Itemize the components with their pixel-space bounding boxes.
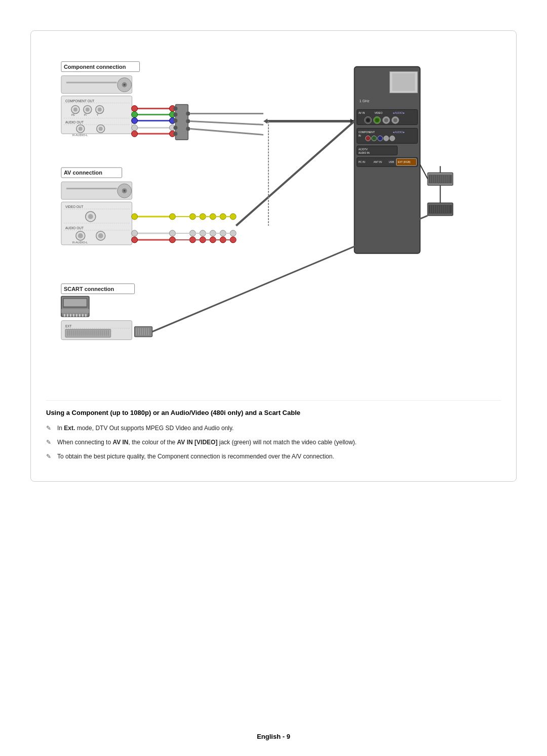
svg-point-93: [132, 111, 138, 117]
svg-rect-103: [175, 105, 188, 140]
main-title: Using a Component (up to 1080p) or an Au…: [46, 408, 501, 417]
svg-text:VIDEO OUT: VIDEO OUT: [65, 205, 84, 208]
footer-text: English - 9: [257, 733, 290, 740]
svg-text:AUDIO OUT: AUDIO OUT: [65, 226, 84, 230]
svg-rect-169: [64, 314, 65, 317]
bullet-icon-1: ✎: [46, 424, 55, 433]
svg-rect-174: [79, 314, 81, 317]
svg-rect-176: [85, 314, 87, 317]
svg-text:ANT IN: ANT IN: [374, 160, 382, 163]
svg-point-23: [378, 136, 383, 141]
av-in-bold: AV IN: [112, 439, 128, 446]
svg-point-14: [384, 118, 388, 122]
svg-point-72: [73, 107, 77, 111]
svg-text:AUDIO IN: AUDIO IN: [359, 151, 370, 154]
svg-point-10: [366, 118, 370, 122]
svg-text:1 GHz: 1 GHz: [360, 99, 370, 103]
svg-point-21: [366, 136, 371, 141]
svg-point-24: [384, 136, 389, 141]
svg-text:Pb: Pb: [71, 113, 75, 116]
svg-text:R-AUDIO-L: R-AUDIO-L: [72, 134, 88, 137]
svg-rect-123: [66, 188, 117, 189]
svg-rect-37: [428, 175, 452, 183]
svg-text:R-AUDIO-L: R-AUDIO-L: [72, 241, 88, 244]
page-container: 1 GHz AV IN VIDEO ◄AUDIO► COMPONENT IN ◄…: [30, 30, 517, 482]
svg-point-107: [173, 125, 177, 130]
svg-rect-203: [135, 327, 152, 337]
svg-point-99: [132, 124, 138, 131]
svg-rect-168: [61, 309, 89, 313]
svg-point-96: [132, 117, 138, 123]
bullet-item-1: ✎ In Ext. mode, DTV Out supports MPEG SD…: [46, 424, 501, 433]
bullet-item-3: ✎ To obtain the best picture quality, th…: [46, 452, 501, 461]
description-area: Using a Component (up to 1080p) or an Au…: [46, 400, 501, 461]
svg-point-25: [389, 136, 395, 141]
ext-bold: Ext.: [64, 425, 75, 432]
svg-point-102: [132, 131, 138, 137]
svg-point-110: [186, 119, 190, 123]
bullet-icon-2: ✎: [46, 438, 55, 447]
svg-point-135: [98, 233, 103, 238]
svg-text:◄AUDIO►: ◄AUDIO►: [392, 131, 405, 134]
svg-point-122: [124, 190, 126, 192]
svg-rect-170: [67, 314, 68, 317]
svg-point-139: [132, 214, 138, 220]
svg-point-144: [169, 237, 175, 243]
svg-point-142: [132, 230, 138, 236]
svg-rect-172: [73, 314, 74, 317]
svg-point-66: [124, 84, 126, 86]
svg-point-111: [186, 127, 190, 131]
connection-diagram: 1 GHz AV IN VIDEO ◄AUDIO► COMPONENT IN ◄…: [46, 46, 501, 390]
svg-point-12: [375, 118, 379, 122]
svg-point-104: [173, 106, 177, 110]
svg-point-133: [78, 233, 83, 238]
svg-text:AC/DTV: AC/DTV: [359, 148, 368, 151]
svg-text:COMPONENT: COMPONENT: [359, 131, 375, 134]
bullet-text-3: To obtain the best picture quality, the …: [57, 452, 501, 461]
bullet-icon-3: ✎: [46, 452, 55, 461]
svg-point-74: [86, 107, 90, 111]
svg-rect-173: [76, 314, 77, 317]
svg-text:AUDIO OUT: AUDIO OUT: [65, 120, 84, 124]
svg-text:PC IN: PC IN: [359, 160, 366, 163]
svg-rect-175: [82, 314, 84, 317]
bullet-text-2: When connecting to AV IN, the colour of …: [57, 438, 501, 447]
svg-point-105: [173, 112, 177, 116]
svg-point-141: [169, 230, 175, 236]
svg-point-22: [372, 136, 377, 141]
diagram-area: 1 GHz AV IN VIDEO ◄AUDIO► COMPONENT IN ◄…: [46, 46, 501, 390]
svg-text:USB: USB: [388, 160, 394, 163]
svg-rect-3: [392, 73, 415, 91]
footer: English - 9: [0, 722, 547, 756]
svg-text:EXT: EXT: [65, 324, 72, 328]
svg-text:COMPONENT OUT: COMPONENT OUT: [65, 99, 94, 103]
svg-point-108: [173, 132, 177, 136]
svg-rect-177: [64, 299, 87, 307]
svg-point-106: [173, 118, 177, 122]
svg-text:AV IN: AV IN: [359, 111, 365, 114]
svg-point-84: [79, 127, 83, 131]
svg-text:Pr: Pr: [84, 113, 87, 116]
scart-connection-label: SCART connection: [64, 286, 114, 292]
component-connection-label: Component connection: [64, 64, 126, 70]
av-in-video-bold: AV IN [VIDEO]: [177, 439, 218, 446]
svg-point-128: [88, 214, 93, 219]
svg-point-90: [132, 105, 138, 111]
svg-text:Y: Y: [97, 113, 99, 116]
bullet-text-1: In Ext. mode, DTV Out supports MPEG SD V…: [57, 424, 501, 433]
svg-point-138: [169, 214, 175, 220]
svg-text:◄AUDIO►: ◄AUDIO►: [392, 111, 405, 114]
svg-point-86: [99, 127, 103, 131]
svg-point-145: [132, 237, 138, 243]
svg-rect-67: [66, 82, 117, 83]
svg-text:EXT (RGB): EXT (RGB): [398, 160, 410, 163]
svg-rect-171: [70, 314, 71, 317]
svg-rect-49: [428, 205, 452, 214]
av-connection-label: AV connection: [64, 170, 102, 176]
svg-point-16: [393, 118, 397, 122]
svg-point-76: [98, 107, 102, 111]
svg-point-109: [186, 111, 190, 115]
svg-text:VIDEO: VIDEO: [375, 111, 383, 114]
bullet-item-2: ✎ When connecting to AV IN, the colour o…: [46, 438, 501, 447]
svg-text:IN: IN: [359, 134, 361, 137]
